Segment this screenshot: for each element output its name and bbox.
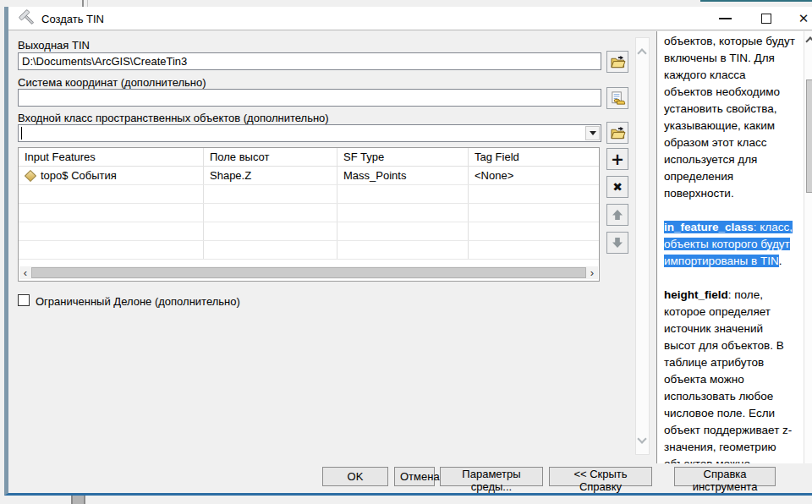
- close-button[interactable]: ✕: [785, 7, 812, 30]
- point-feature-icon: [25, 169, 36, 181]
- column-header-input-features[interactable]: Input Features: [19, 148, 204, 166]
- scroll-right-icon[interactable]: ›: [586, 266, 598, 279]
- column-header-height-field[interactable]: Поле высот: [204, 148, 337, 166]
- cancel-button[interactable]: Отмена: [394, 467, 435, 486]
- cell-input-features: topo$ События: [41, 169, 117, 182]
- help-panel: объектов, которые будут включены в TIN. …: [656, 31, 812, 463]
- help-paragraph-highlighted: in_feature_class: класс, объекты которог…: [664, 219, 796, 270]
- browse-features-button[interactable]: [606, 122, 628, 144]
- output-tin-input[interactable]: [18, 52, 601, 70]
- minimize-icon: [719, 18, 732, 19]
- background-window-fragment: [71, 496, 85, 504]
- table-empty-row: [19, 204, 599, 222]
- environments-button[interactable]: Параметры среды...: [440, 467, 543, 486]
- help-scroll-thumb[interactable]: [806, 79, 812, 193]
- open-folder-icon: [610, 55, 626, 69]
- x-icon: ✖: [612, 181, 623, 193]
- maximize-button[interactable]: [748, 7, 785, 30]
- table-empty-row: [19, 185, 599, 204]
- table-header-row: Input Features Поле высот SF Type Tag Fi…: [19, 148, 599, 167]
- scroll-up-chevron-icon[interactable]: [637, 48, 646, 58]
- coord-system-label: Система координат (дополнительно): [18, 76, 206, 89]
- table-empty-row: [19, 222, 599, 241]
- delaunay-checkbox-label: Ограниченный Делоне (дополнительно): [36, 295, 240, 308]
- cell-tag-field[interactable]: <None>: [469, 167, 599, 184]
- tool-help-button[interactable]: Справка инструмента: [674, 467, 776, 486]
- browse-output-button[interactable]: [606, 51, 628, 73]
- cell-height-field[interactable]: Shape.Z: [204, 167, 337, 184]
- output-tin-label: Выходная TIN: [18, 39, 90, 52]
- window-title: Создать TIN: [41, 13, 104, 25]
- remove-row-button[interactable]: ✖: [606, 176, 628, 198]
- scroll-left-icon[interactable]: ‹: [19, 266, 31, 279]
- help-paragraph: объектов, которые будут включены в TIN. …: [664, 33, 796, 202]
- help-text: объектов, которые будут включены в TIN. …: [664, 33, 796, 463]
- arrow-up-icon: [611, 208, 624, 222]
- add-row-button[interactable]: +: [606, 148, 628, 170]
- help-paragraph: height_field: поле, которое определяет и…: [664, 287, 796, 463]
- text-caret: [21, 127, 22, 140]
- column-header-tag-field[interactable]: Tag Field: [469, 148, 599, 166]
- background-window-divider: [82, 0, 84, 7]
- scroll-down-chevron-icon[interactable]: [637, 434, 646, 443]
- features-table: Input Features Поле высот SF Type Tag Fi…: [18, 147, 600, 282]
- coordinate-system-icon: [610, 90, 626, 106]
- ok-button[interactable]: OK: [322, 467, 388, 486]
- cell-sf-type[interactable]: Mass_Points: [337, 167, 469, 184]
- table-empty-row: [19, 241, 599, 260]
- hide-help-button[interactable]: << Скрыть Справку: [549, 467, 652, 486]
- combo-dropdown-button[interactable]: [585, 126, 600, 140]
- chevron-down-icon: [590, 131, 596, 135]
- background-window-divider-light: [87, 0, 88, 7]
- title-bar: Создать TIN ✕: [8, 7, 812, 30]
- close-icon: ✕: [798, 12, 809, 25]
- coord-system-input[interactable]: [18, 89, 601, 107]
- form-scrollbar[interactable]: [635, 37, 650, 455]
- arrow-down-icon: [611, 236, 624, 249]
- param-name-height-field: height_field: [664, 288, 728, 301]
- plus-icon: +: [611, 151, 624, 167]
- create-tin-dialog: Создать TIN ✕ Выходная TIN Система коорд…: [4, 7, 812, 496]
- horizontal-scroll-thumb[interactable]: [31, 267, 586, 278]
- delaunay-checkbox[interactable]: [18, 294, 30, 306]
- help-scrollbar[interactable]: [804, 31, 812, 463]
- coord-system-button[interactable]: [606, 87, 628, 109]
- minimize-button[interactable]: [706, 7, 743, 30]
- input-feature-class-combobox[interactable]: [18, 124, 601, 142]
- param-name-in-feature-class: in_feature_class: [664, 221, 754, 233]
- table-horizontal-scrollbar[interactable]: ‹ ›: [19, 266, 598, 279]
- column-header-sf-type[interactable]: SF Type: [337, 148, 469, 166]
- open-folder-icon: [610, 126, 626, 140]
- move-up-button[interactable]: [606, 204, 628, 226]
- maximize-icon: [761, 14, 771, 24]
- move-down-button[interactable]: [606, 232, 628, 254]
- help-scroll-up-icon[interactable]: [805, 36, 812, 46]
- table-row[interactable]: topo$ События Shape.Z Mass_Points <None>: [19, 167, 599, 185]
- hammer-icon: [19, 9, 37, 28]
- background-window-edge: [700, 0, 812, 2]
- input-feature-class-label: Входной класс пространственных объектов …: [18, 112, 329, 124]
- screen: { "window": { "title": "Создать TIN" }, …: [0, 0, 812, 504]
